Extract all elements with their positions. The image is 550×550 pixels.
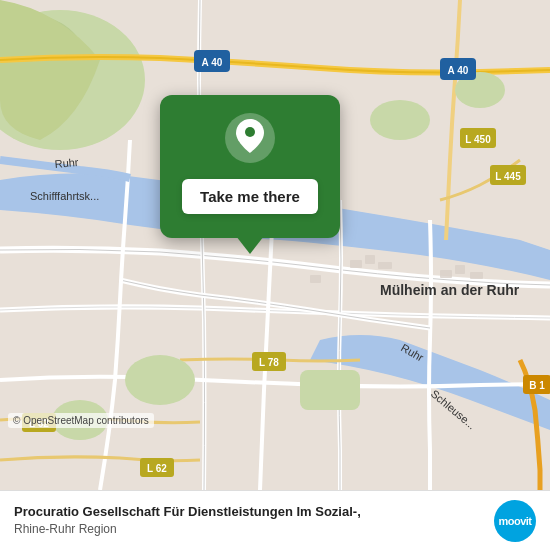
svg-rect-30 [350,260,362,268]
popup-bubble: Take me there [160,95,340,238]
svg-text:Ruhr: Ruhr [54,156,79,170]
location-popup: Take me there [140,95,360,238]
location-icon-circle [225,113,275,163]
svg-rect-33 [310,275,321,283]
svg-point-7 [125,355,195,405]
business-region: Rhine-Ruhr Region [14,521,482,538]
svg-text:Mülheim an der Ruhr: Mülheim an der Ruhr [380,282,520,298]
svg-rect-36 [470,272,483,279]
svg-text:Schifffahrtsk...: Schifffahrtsk... [30,190,99,202]
svg-rect-6 [300,370,360,410]
info-bar: Procuratio Gesellschaft Für Dienstleistu… [0,490,550,550]
osm-attribution: © OpenStreetMap contributors [8,413,154,428]
svg-point-4 [370,100,430,140]
take-me-there-button[interactable]: Take me there [182,179,318,214]
svg-text:L 450: L 450 [465,134,491,145]
svg-text:L 78: L 78 [259,357,279,368]
svg-text:B 1: B 1 [529,380,545,391]
moovit-logo: moovit [494,500,536,542]
svg-text:L 445: L 445 [495,171,521,182]
business-name: Procuratio Gesellschaft Für Dienstleistu… [14,503,482,521]
svg-rect-35 [455,265,465,274]
location-pin-icon [236,119,264,158]
svg-text:A 40: A 40 [202,57,223,68]
svg-rect-32 [378,262,392,269]
moovit-icon: moovit [494,500,536,542]
business-info: Procuratio Gesellschaft Für Dienstleistu… [14,503,482,538]
map-container: A 40 A 40 L 450 L 445 L 78 L 62 L 62 B 1… [0,0,550,490]
svg-rect-34 [440,270,452,278]
svg-point-38 [245,127,255,137]
svg-rect-31 [365,255,375,264]
svg-text:L 62: L 62 [147,463,167,474]
svg-text:A 40: A 40 [448,65,469,76]
